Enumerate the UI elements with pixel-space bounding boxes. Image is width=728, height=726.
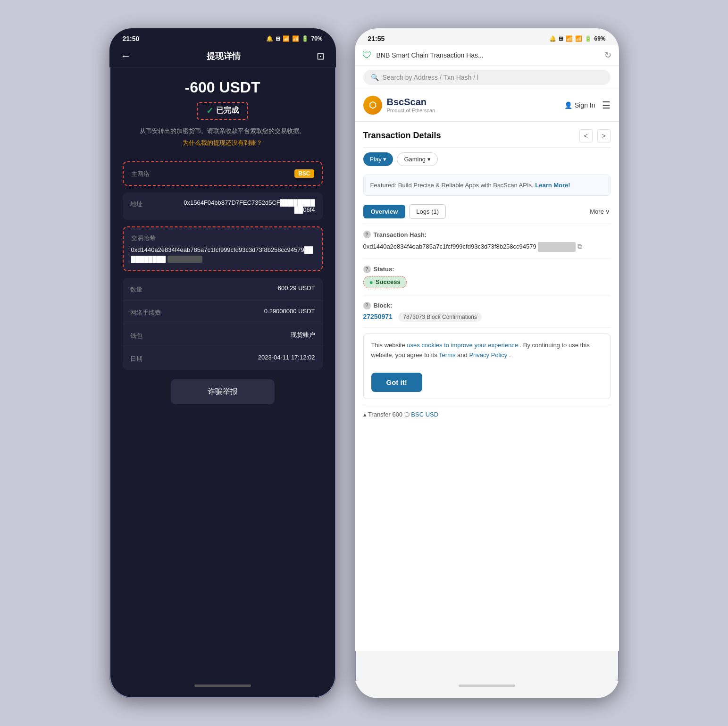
txn-header: Transaction Details < > — [363, 122, 611, 148]
bsc-badge: BSC — [294, 169, 314, 178]
hamburger-icon[interactable]: ☰ — [602, 100, 611, 111]
search-bar: 🔍 Search by Address / Txn Hash / l — [355, 66, 619, 89]
play-pill[interactable]: Play ▾ — [363, 152, 393, 166]
logo-sub: Product of Etherscan — [387, 108, 435, 113]
left-status-icons: 🔔 ⊞ 📶 📶 🔋 70% — [266, 35, 322, 42]
completed-label: 已完成 — [216, 106, 239, 116]
logo-text: BscScan — [387, 97, 435, 108]
sign-in-button[interactable]: 👤 Sign In — [564, 101, 595, 109]
txhash-blurred: ████████ — [167, 256, 202, 263]
txhash-detail-section: ? Transaction Hash: 0xd1440a2e834f4eab78… — [363, 224, 611, 259]
copy-icon[interactable]: ⧉ — [577, 242, 582, 250]
status-section: ? Status: ● Success — [363, 259, 611, 295]
page-title: 提现详情 — [207, 50, 241, 62]
block-label: ? Block: — [363, 302, 611, 309]
privacy-link[interactable]: Privacy Policy — [469, 351, 507, 359]
right-status-icons: 🔔 ⊞ 📶 📶 🔋 69% — [549, 35, 605, 42]
fee-value: 0.29000000 USDT — [264, 308, 315, 315]
home-indicator-bar — [109, 681, 336, 698]
why-link[interactable]: 为什么我的提现还没有到账？ — [123, 139, 323, 147]
amount-value: -600 USDT — [123, 79, 323, 96]
right-status-bar: 21:55 🔔 ⊞ 📶 📶 🔋 69% — [355, 28, 619, 45]
prev-arrow[interactable]: < — [579, 129, 593, 142]
bscusd-link[interactable]: BSC USD — [411, 411, 438, 418]
txhash-value: 0xd1440a2e834f4eab785a7c1fcf999cfd93c3d7… — [131, 245, 314, 264]
page-content: 🔍 Search by Address / Txn Hash / l ⬡ Bsc… — [355, 66, 619, 651]
next-arrow[interactable]: > — [597, 129, 611, 142]
wallet-row: 钱包 现货账户 — [123, 324, 323, 347]
question-icon: ? — [363, 231, 371, 238]
help-icon[interactable]: ⊡ — [317, 50, 325, 62]
reload-icon[interactable]: ↻ — [604, 50, 611, 60]
left-phone: 21:50 🔔 ⊞ 📶 📶 🔋 70% ← 提现详情 ⊡ -600 USDT ✓… — [109, 28, 336, 698]
quantity-row: 数量 600.29 USDT — [123, 278, 323, 301]
check-icon: ✓ — [206, 106, 213, 116]
cookie-text-4: . — [509, 351, 511, 359]
right-home-indicator-bar — [355, 681, 619, 698]
browser-bar: 🛡 BNB Smart Chain Transaction Has... ↻ — [355, 45, 619, 66]
txhash-label: 交易哈希 — [131, 234, 314, 242]
txn-title: Transaction Details — [363, 131, 575, 141]
gaming-pill[interactable]: Gaming ▾ — [397, 152, 437, 166]
browser-url[interactable]: BNB Smart Chain Transaction Has... — [377, 51, 600, 59]
search-placeholder: Search by Address / Txn Hash / l — [383, 74, 479, 81]
status-badge: ● Success — [363, 276, 407, 288]
date-value: 2023-04-11 17:12:02 — [258, 354, 315, 361]
cookie-text-3: and — [457, 351, 469, 359]
transfer-label: ▴ Transfer 600 — [363, 411, 403, 418]
fee-label: 网络手续费 — [130, 308, 161, 317]
quantity-label: 数量 — [130, 284, 142, 294]
date-row: 日期 2023-04-11 17:12:02 — [123, 347, 323, 370]
green-dot-icon: ● — [369, 278, 373, 286]
shield-icon: 🛡 — [362, 50, 372, 61]
more-button[interactable]: More ∨ — [590, 208, 610, 215]
left-body: -600 USDT ✓ 已完成 从币安转出的加密货币。请联系收款平台索取您的交易… — [109, 67, 336, 430]
plain-info-section: 数量 600.29 USDT 网络手续费 0.29000000 USDT 钱包 … — [123, 278, 323, 370]
block-number-link[interactable]: 27250971 — [363, 313, 393, 320]
cookie-text-1: This website — [371, 342, 407, 349]
left-status-bar: 21:50 🔔 ⊞ 📶 📶 🔋 70% — [109, 28, 336, 45]
search-field[interactable]: 🔍 Search by Address / Txn Hash / l — [363, 70, 611, 85]
txhash-detail-value: 0xd1440a2e834f4eab785a7c1fcf999cfd93c3d7… — [363, 241, 611, 252]
home-indicator — [194, 684, 251, 687]
tab-logs[interactable]: Logs (1) — [409, 204, 446, 219]
featured-text: Featured: Build Precise & Reliable Apps … — [370, 182, 534, 189]
network-label: 主网络 — [131, 169, 150, 178]
completed-badge: ✓ 已完成 — [197, 102, 248, 120]
got-it-button[interactable]: Got it! — [371, 373, 422, 392]
wallet-value: 现货账户 — [291, 331, 315, 339]
right-home-indicator — [459, 684, 515, 687]
status-label: ? Status: — [363, 266, 611, 273]
confirmations-badge: 7873073 Block Confirmations — [398, 312, 482, 322]
address-label: 地址 — [130, 199, 142, 209]
bscscan-header: ⬡ BscScan Product of Etherscan 👤 Sign In… — [355, 89, 619, 122]
question-icon-3: ? — [363, 302, 371, 309]
desc-text: 从币安转出的加密货币。请联系收款平台索取您的交易收据。 — [123, 126, 323, 136]
quantity-value: 600.29 USDT — [278, 284, 315, 292]
cookie-link-1[interactable]: uses cookies to improve your experience — [407, 342, 518, 349]
terms-link[interactable]: Terms — [439, 351, 455, 359]
txhash-detail-label: ? Transaction Hash: — [363, 231, 611, 238]
txhash-blurred-right — [538, 242, 576, 252]
address-value: 0x1564F04bb877D7FEC7352d5CF██████████06f… — [183, 199, 315, 213]
cookie-banner: This website uses cookies to improve you… — [363, 334, 611, 399]
pill-tabs: Play ▾ Gaming ▾ — [363, 148, 611, 171]
featured-banner: Featured: Build Precise & Reliable Apps … — [363, 175, 611, 196]
address-section: 地址 0x1564F04bb877D7FEC7352d5CF██████████… — [123, 192, 323, 220]
block-section: ? Block: 27250971 7873073 Block Confirma… — [363, 295, 611, 328]
question-icon-2: ? — [363, 266, 371, 273]
bscscan-nav: 👤 Sign In ☰ — [564, 100, 611, 111]
right-time: 21:55 — [368, 35, 385, 42]
bscscan-logo: ⬡ BscScan Product of Etherscan — [363, 96, 435, 115]
network-row: 主网络 BSC — [123, 161, 323, 186]
right-phone: 21:55 🔔 ⊞ 📶 📶 🔋 69% 🛡 BNB Smart Chain Tr… — [355, 28, 619, 698]
learn-more-link[interactable]: Learn More! — [535, 182, 570, 189]
tab-overview[interactable]: Overview — [363, 205, 406, 218]
report-button[interactable]: 诈骗举报 — [171, 379, 275, 404]
back-button[interactable]: ← — [121, 50, 131, 62]
wallet-label: 钱包 — [130, 331, 142, 340]
date-label: 日期 — [130, 354, 142, 363]
fee-row: 网络手续费 0.29000000 USDT — [123, 301, 323, 324]
tab-bar: Overview Logs (1) More ∨ — [363, 200, 611, 224]
search-icon: 🔍 — [371, 74, 379, 81]
